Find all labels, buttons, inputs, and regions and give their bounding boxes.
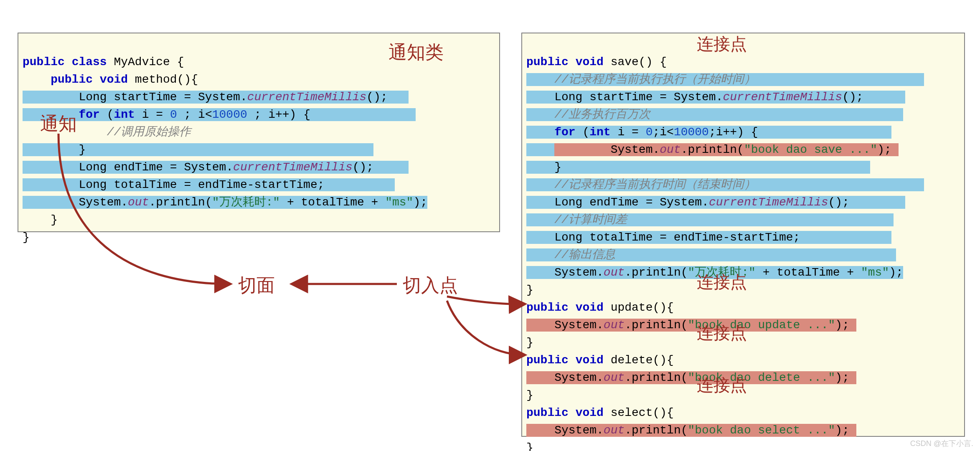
t: out <box>604 424 625 437</box>
t: Long totalTime = endTime-startTime; <box>526 231 800 244</box>
t: ;i< <box>652 126 673 139</box>
t: public <box>526 406 569 419</box>
t: (); <box>828 196 849 209</box>
t: (); <box>366 91 387 104</box>
t: delete(){ <box>604 354 674 367</box>
t: Long endTime = System. <box>23 161 233 174</box>
t: i = <box>611 126 646 139</box>
t: select(){ <box>604 406 674 419</box>
t: System. <box>526 319 604 332</box>
t: void <box>569 56 604 68</box>
diagram-canvas: public class MyAdvice { public void meth… <box>0 0 980 451</box>
label-advice-class: 通知类 <box>388 40 444 65</box>
t: MyAdvice { <box>107 56 184 68</box>
t: .println( <box>625 319 688 332</box>
t: //记录程序当前执行执行（开始时间） <box>526 73 756 86</box>
t: System. <box>526 266 604 279</box>
t: 0 <box>646 126 653 139</box>
t: int <box>114 108 135 121</box>
t: ); <box>889 266 903 279</box>
t: System. <box>554 143 660 156</box>
t: out <box>604 319 625 332</box>
t: "book dao save ..." <box>744 143 877 156</box>
t: i = <box>135 108 170 121</box>
t: .println( <box>149 196 212 209</box>
t: public <box>526 354 569 367</box>
t: void <box>569 406 604 419</box>
t: void <box>93 73 128 86</box>
t: ;i++) { <box>709 126 758 139</box>
t: "ms" <box>385 196 413 209</box>
t: Long startTime = System. <box>23 91 247 104</box>
t: ); <box>835 424 849 437</box>
t: public <box>23 56 65 68</box>
t: } <box>526 336 533 349</box>
t: void <box>569 354 604 367</box>
watermark: CSDN @在下小言. <box>910 438 973 448</box>
t: out <box>604 371 625 384</box>
t: int <box>589 126 610 139</box>
t: //业务执行百万次 <box>526 108 650 121</box>
arrow-pointcut-to-update <box>447 296 524 304</box>
t: .println( <box>681 143 744 156</box>
label-joinpoint-1: 连接点 <box>697 33 747 56</box>
t: "book dao select ..." <box>688 424 835 437</box>
t: ); <box>835 371 849 384</box>
t: Long endTime = System. <box>526 196 709 209</box>
t: class <box>65 56 107 68</box>
label-pointcut: 切入点 <box>403 273 458 298</box>
t: //记录程序当前执行时间（结束时间） <box>526 178 756 191</box>
t: out <box>660 143 680 156</box>
t: .println( <box>625 424 688 437</box>
t: method(){ <box>128 73 198 86</box>
t: } <box>23 143 86 156</box>
t: } <box>526 284 533 296</box>
t: update(){ <box>604 301 674 314</box>
t: ); <box>413 196 427 209</box>
t: currentTimeMillis <box>247 91 367 104</box>
label-advice: 通知 <box>40 111 77 136</box>
t: "万次耗时:" <box>212 196 280 209</box>
t: (); <box>842 91 863 104</box>
t: public <box>23 73 93 86</box>
t: //计算时间差 <box>526 213 627 226</box>
t: System. <box>23 196 128 209</box>
label-joinpoint-4: 连接点 <box>697 374 747 397</box>
label-joinpoint-3: 连接点 <box>697 322 747 345</box>
t: 0 <box>170 108 177 121</box>
t: } <box>23 231 30 244</box>
t: Long totalTime = endTime-startTime; <box>23 178 325 191</box>
t: System. <box>526 424 604 437</box>
t: save() { <box>604 56 667 68</box>
t: public <box>526 56 569 68</box>
t: (); <box>353 161 373 174</box>
t: currentTimeMillis <box>723 91 842 104</box>
t: 10000 <box>674 126 709 139</box>
t: currentTimeMillis <box>233 161 353 174</box>
t: Long startTime = System. <box>526 91 723 104</box>
t: ; i< <box>177 108 212 121</box>
t: currentTimeMillis <box>709 196 828 209</box>
label-aspect: 切面 <box>238 273 275 298</box>
t: out <box>128 196 149 209</box>
arrow-pointcut-to-delete <box>447 301 524 355</box>
t: //输出信息 <box>526 248 615 261</box>
t: ); <box>835 319 849 332</box>
t: + totalTime + <box>756 266 861 279</box>
t: for <box>526 126 576 139</box>
t: } <box>526 389 533 402</box>
t: ; i++) { <box>247 108 310 121</box>
t: ); <box>877 143 891 156</box>
label-joinpoint-2: 连接点 <box>697 271 747 294</box>
t: } <box>526 161 561 174</box>
t: out <box>604 266 625 279</box>
t: 10000 <box>212 108 247 121</box>
t: + totalTime + <box>280 196 385 209</box>
t: } <box>23 213 58 226</box>
t: void <box>569 301 604 314</box>
t: .println( <box>625 371 688 384</box>
t: "ms" <box>861 266 889 279</box>
t: System. <box>526 371 604 384</box>
t: ( <box>576 126 590 139</box>
t: ( <box>100 108 114 121</box>
